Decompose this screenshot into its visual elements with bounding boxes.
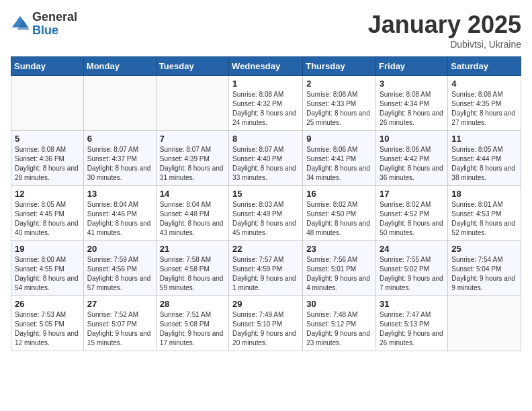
calendar-week-row: 1Sunrise: 8:08 AM Sunset: 4:32 PM Daylig… (11, 76, 521, 131)
calendar-cell: 24Sunrise: 7:55 AM Sunset: 5:02 PM Dayli… (376, 241, 448, 296)
day-info: Sunrise: 7:49 AM Sunset: 5:10 PM Dayligh… (232, 310, 299, 348)
day-info: Sunrise: 8:04 AM Sunset: 4:46 PM Dayligh… (87, 200, 152, 238)
calendar-week-row: 12Sunrise: 8:05 AM Sunset: 4:45 PM Dayli… (11, 186, 521, 241)
day-number: 19 (15, 244, 80, 254)
day-number: 5 (15, 134, 80, 144)
weekday-header-tuesday: Tuesday (156, 57, 228, 76)
calendar-week-row: 5Sunrise: 8:08 AM Sunset: 4:36 PM Daylig… (11, 131, 521, 186)
day-number: 17 (380, 189, 444, 199)
day-number: 11 (451, 134, 517, 144)
day-number: 27 (87, 299, 152, 309)
calendar-cell: 14Sunrise: 8:04 AM Sunset: 4:48 PM Dayli… (156, 186, 228, 241)
calendar-cell: 1Sunrise: 8:08 AM Sunset: 4:32 PM Daylig… (229, 76, 303, 131)
day-info: Sunrise: 7:57 AM Sunset: 4:59 PM Dayligh… (232, 255, 299, 293)
day-number: 1 (232, 79, 299, 89)
day-number: 26 (15, 299, 80, 309)
day-info: Sunrise: 8:07 AM Sunset: 4:37 PM Dayligh… (87, 145, 152, 183)
day-info: Sunrise: 7:48 AM Sunset: 5:12 PM Dayligh… (306, 310, 372, 348)
calendar-cell: 25Sunrise: 7:54 AM Sunset: 5:04 PM Dayli… (448, 241, 521, 296)
day-info: Sunrise: 8:06 AM Sunset: 4:41 PM Dayligh… (306, 145, 372, 183)
calendar-cell (156, 76, 228, 131)
day-number: 9 (306, 134, 372, 144)
day-info: Sunrise: 8:05 AM Sunset: 4:45 PM Dayligh… (15, 200, 80, 238)
calendar-cell: 6Sunrise: 8:07 AM Sunset: 4:37 PM Daylig… (83, 131, 156, 186)
calendar-cell: 17Sunrise: 8:02 AM Sunset: 4:52 PM Dayli… (376, 186, 448, 241)
day-info: Sunrise: 7:52 AM Sunset: 5:07 PM Dayligh… (87, 310, 152, 348)
day-number: 18 (451, 189, 517, 199)
calendar-week-row: 26Sunrise: 7:53 AM Sunset: 5:05 PM Dayli… (11, 296, 521, 351)
day-number: 31 (380, 299, 444, 309)
day-number: 30 (306, 299, 372, 309)
calendar-cell (448, 296, 521, 351)
calendar-cell: 12Sunrise: 8:05 AM Sunset: 4:45 PM Dayli… (11, 186, 84, 241)
calendar-cell: 28Sunrise: 7:51 AM Sunset: 5:08 PM Dayli… (156, 296, 228, 351)
calendar-cell: 10Sunrise: 8:06 AM Sunset: 4:42 PM Dayli… (376, 131, 448, 186)
calendar-cell: 22Sunrise: 7:57 AM Sunset: 4:59 PM Dayli… (229, 241, 303, 296)
calendar-cell: 18Sunrise: 8:01 AM Sunset: 4:53 PM Dayli… (448, 186, 521, 241)
day-number: 28 (160, 299, 225, 309)
logo-icon (11, 15, 30, 34)
month-title: January 2025 (368, 11, 521, 39)
weekday-header-sunday: Sunday (11, 57, 84, 76)
day-number: 8 (232, 134, 299, 144)
day-info: Sunrise: 7:56 AM Sunset: 5:01 PM Dayligh… (306, 255, 372, 293)
calendar-cell: 27Sunrise: 7:52 AM Sunset: 5:07 PM Dayli… (83, 296, 156, 351)
day-info: Sunrise: 7:58 AM Sunset: 4:58 PM Dayligh… (160, 255, 225, 293)
day-info: Sunrise: 8:00 AM Sunset: 4:55 PM Dayligh… (15, 255, 80, 293)
calendar-cell: 15Sunrise: 8:03 AM Sunset: 4:49 PM Dayli… (229, 186, 303, 241)
day-info: Sunrise: 8:04 AM Sunset: 4:48 PM Dayligh… (160, 200, 225, 238)
day-number: 13 (87, 189, 152, 199)
day-number: 6 (87, 134, 152, 144)
weekday-header-thursday: Thursday (303, 57, 376, 76)
location-subtitle: Dubivtsi, Ukraine (368, 39, 521, 50)
calendar-cell: 16Sunrise: 8:02 AM Sunset: 4:50 PM Dayli… (303, 186, 376, 241)
calendar-cell (11, 76, 84, 131)
day-info: Sunrise: 8:08 AM Sunset: 4:36 PM Dayligh… (15, 145, 80, 183)
page-header: General Blue January 2025 Dubivtsi, Ukra… (11, 11, 521, 50)
day-info: Sunrise: 8:02 AM Sunset: 4:52 PM Dayligh… (380, 200, 444, 238)
day-info: Sunrise: 8:08 AM Sunset: 4:32 PM Dayligh… (232, 90, 299, 128)
day-info: Sunrise: 7:51 AM Sunset: 5:08 PM Dayligh… (160, 310, 225, 348)
logo-blue-text: Blue (32, 24, 77, 38)
day-info: Sunrise: 8:05 AM Sunset: 4:44 PM Dayligh… (451, 145, 517, 183)
calendar-cell: 4Sunrise: 8:08 AM Sunset: 4:35 PM Daylig… (448, 76, 521, 131)
calendar-cell: 13Sunrise: 8:04 AM Sunset: 4:46 PM Dayli… (83, 186, 156, 241)
day-number: 15 (232, 189, 299, 199)
calendar-cell: 8Sunrise: 8:07 AM Sunset: 4:40 PM Daylig… (229, 131, 303, 186)
day-info: Sunrise: 7:55 AM Sunset: 5:02 PM Dayligh… (380, 255, 444, 293)
day-info: Sunrise: 7:54 AM Sunset: 5:04 PM Dayligh… (451, 255, 517, 293)
day-number: 10 (380, 134, 444, 144)
weekday-header-friday: Friday (376, 57, 448, 76)
day-number: 16 (306, 189, 372, 199)
logo: General Blue (11, 11, 77, 38)
day-info: Sunrise: 8:06 AM Sunset: 4:42 PM Dayligh… (380, 145, 444, 183)
day-info: Sunrise: 8:01 AM Sunset: 4:53 PM Dayligh… (451, 200, 517, 238)
calendar-cell: 31Sunrise: 7:47 AM Sunset: 5:13 PM Dayli… (376, 296, 448, 351)
day-number: 14 (160, 189, 225, 199)
day-info: Sunrise: 8:08 AM Sunset: 4:34 PM Dayligh… (380, 90, 444, 128)
day-info: Sunrise: 7:47 AM Sunset: 5:13 PM Dayligh… (380, 310, 444, 348)
day-info: Sunrise: 8:02 AM Sunset: 4:50 PM Dayligh… (306, 200, 372, 238)
calendar-cell: 20Sunrise: 7:59 AM Sunset: 4:56 PM Dayli… (83, 241, 156, 296)
calendar-cell: 26Sunrise: 7:53 AM Sunset: 5:05 PM Dayli… (11, 296, 84, 351)
day-info: Sunrise: 8:07 AM Sunset: 4:40 PM Dayligh… (232, 145, 299, 183)
calendar-cell: 21Sunrise: 7:58 AM Sunset: 4:58 PM Dayli… (156, 241, 228, 296)
day-number: 22 (232, 244, 299, 254)
day-number: 24 (380, 244, 444, 254)
day-info: Sunrise: 7:59 AM Sunset: 4:56 PM Dayligh… (87, 255, 152, 293)
day-number: 3 (380, 79, 444, 89)
day-info: Sunrise: 8:08 AM Sunset: 4:33 PM Dayligh… (306, 90, 372, 128)
calendar-cell: 5Sunrise: 8:08 AM Sunset: 4:36 PM Daylig… (11, 131, 84, 186)
calendar-cell: 29Sunrise: 7:49 AM Sunset: 5:10 PM Dayli… (229, 296, 303, 351)
calendar-cell: 19Sunrise: 8:00 AM Sunset: 4:55 PM Dayli… (11, 241, 84, 296)
calendar-week-row: 19Sunrise: 8:00 AM Sunset: 4:55 PM Dayli… (11, 241, 521, 296)
calendar-cell (83, 76, 156, 131)
day-number: 25 (451, 244, 517, 254)
calendar-cell: 7Sunrise: 8:07 AM Sunset: 4:39 PM Daylig… (156, 131, 228, 186)
day-number: 7 (160, 134, 225, 144)
calendar-cell: 23Sunrise: 7:56 AM Sunset: 5:01 PM Dayli… (303, 241, 376, 296)
logo-general-text: General (32, 11, 77, 24)
calendar-cell: 3Sunrise: 8:08 AM Sunset: 4:34 PM Daylig… (376, 76, 448, 131)
calendar-cell: 11Sunrise: 8:05 AM Sunset: 4:44 PM Dayli… (448, 131, 521, 186)
day-number: 29 (232, 299, 299, 309)
